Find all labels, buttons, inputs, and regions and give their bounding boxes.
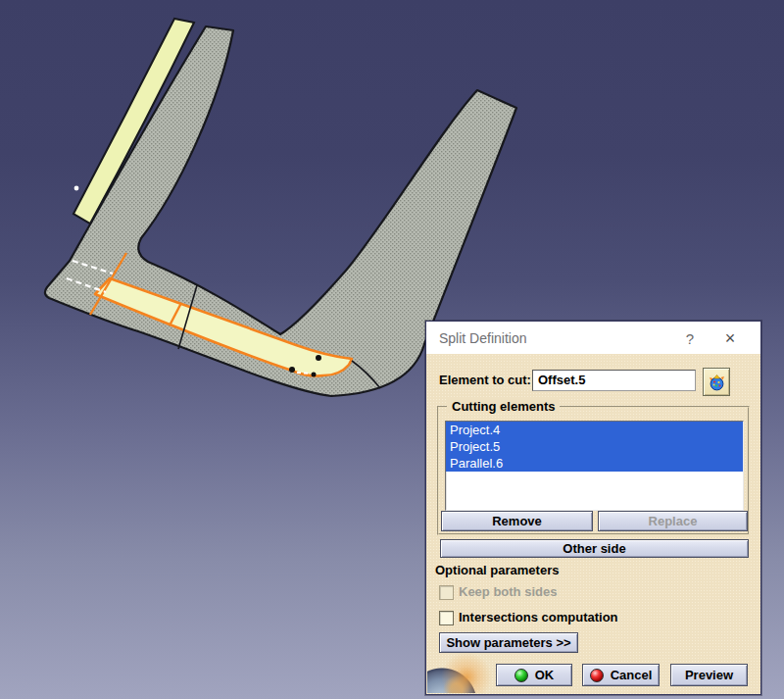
ok-label: OK	[535, 668, 555, 682]
green-sphere-icon	[514, 669, 528, 682]
close-icon[interactable]: ×	[719, 327, 741, 349]
dialog-titlebar[interactable]: Split Definition ? ×	[426, 322, 760, 354]
vertex-dot[interactable]	[312, 373, 317, 377]
split-definition-dialog: Split Definition ? × Element to cut: Off…	[425, 321, 761, 695]
vertex-dot[interactable]	[316, 355, 321, 361]
catia-globe-decoration	[427, 648, 494, 693]
element-picker-button[interactable]	[703, 368, 730, 396]
element-to-cut-field[interactable]: Offset.5	[532, 370, 696, 391]
red-sphere-icon	[590, 669, 604, 682]
list-item[interactable]: Project.5	[446, 438, 743, 455]
replace-button[interactable]: Replace	[598, 511, 748, 531]
preview-button[interactable]: Preview	[670, 664, 748, 686]
keep-both-sides-checkbox[interactable]	[439, 585, 454, 600]
preview-label: Preview	[685, 668, 733, 682]
other-side-button[interactable]: Other side	[440, 539, 749, 558]
ok-button[interactable]: OK	[496, 664, 572, 686]
list-item[interactable]: Project.4	[446, 422, 743, 438]
catia-viewport: { "colors": { "bgTop": "#3d3f66", "bgBot…	[0, 0, 784, 699]
help-icon[interactable]: ?	[679, 327, 701, 349]
cutting-elements-group: Cutting elements Project.4 Project.5 Par…	[437, 406, 750, 535]
cancel-label: Cancel	[611, 668, 653, 682]
optional-parameters-label: Optional parameters	[435, 563, 559, 577]
remove-button[interactable]: Remove	[441, 511, 593, 531]
multi-element-bag-icon	[709, 374, 725, 391]
cutting-elements-label: Cutting elements	[447, 399, 560, 414]
intersections-computation-label: Intersections computation	[459, 610, 618, 624]
element-to-cut-label: Element to cut:	[439, 373, 531, 387]
keep-both-sides-label: Keep both sides	[459, 584, 557, 599]
vertex-dot[interactable]	[289, 367, 295, 373]
list-item[interactable]: Parallel.6	[446, 455, 743, 472]
cutting-elements-list[interactable]: Project.4 Project.5 Parallel.6	[445, 421, 744, 511]
dialog-title: Split Definition	[439, 330, 527, 346]
intersections-computation-checkbox[interactable]	[439, 611, 454, 625]
reference-point[interactable]	[74, 186, 79, 191]
cancel-button[interactable]: Cancel	[582, 664, 660, 686]
